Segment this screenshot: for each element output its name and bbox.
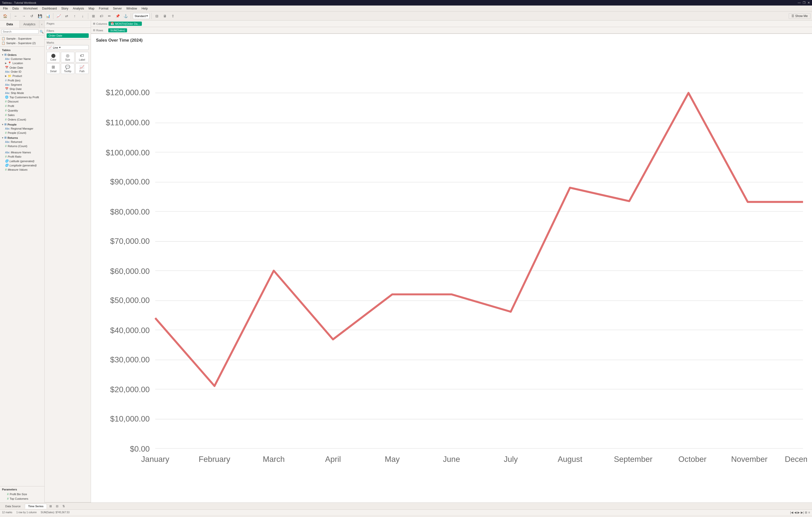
field-ship-mode[interactable]: Abc Ship Mode — [0, 91, 45, 95]
monitor-btn[interactable]: 🖥 — [162, 12, 168, 20]
standard-dropdown[interactable]: Standard ▾ — [133, 13, 150, 19]
datasource-1[interactable]: 📋 Sample - Superstore — [1, 36, 43, 41]
field-segment[interactable]: Abc Segment — [0, 83, 45, 87]
nav-grid-btn[interactable]: ⊞ — [805, 511, 807, 514]
marks-buttons-grid: ⬤ Color ◎ Size 🏷 Label ⊞ Detail 💬 To — [47, 52, 89, 74]
minimize-btn[interactable]: — — [798, 1, 801, 4]
rows-pill-sum-sales[interactable]: SUM(Sales) — [108, 28, 127, 32]
field-orders-count[interactable]: # Orders (Count) — [0, 117, 45, 122]
svg-text:October: October — [678, 455, 706, 464]
forward-btn[interactable]: → — [20, 12, 27, 20]
people-section-header[interactable]: ▾ ⊞ People — [0, 122, 45, 126]
field-quantity[interactable]: # Quantity — [0, 108, 45, 113]
field-location[interactable]: ▶ 📍 Location — [0, 61, 45, 65]
field-label: Measure Names — [11, 151, 31, 154]
field-discount[interactable]: # Discount — [0, 99, 45, 104]
main-layout: Data Analytics ‹ 🔍 ▽ ≡ 📋 Sample - Supers… — [0, 21, 812, 502]
label-btn[interactable]: 🏷 — [98, 12, 105, 20]
nav-last-btn[interactable]: ▶| — [801, 511, 804, 514]
search-icon[interactable]: 🔍 — [39, 30, 44, 34]
chart-type-btn[interactable]: 📈 — [55, 12, 62, 20]
marks-tooltip-btn[interactable]: 💬 Tooltip — [61, 63, 74, 74]
tab-time-series[interactable]: Time Series — [25, 504, 47, 509]
field-returns-count[interactable]: # Returns (Count) — [0, 144, 45, 148]
menu-item-map[interactable]: Map — [86, 6, 96, 11]
grid-btn[interactable]: ⊟ — [153, 12, 161, 20]
field-product[interactable]: ▶ 📁 Product — [0, 74, 45, 78]
menu-item-format[interactable]: Format — [97, 6, 111, 11]
menu-item-worksheet[interactable]: Worksheet — [21, 6, 39, 11]
returns-section-header[interactable]: ▾ ⊞ Returns — [0, 135, 45, 140]
marks-detail-btn[interactable]: ⊞ Detail — [47, 63, 60, 74]
nav-list-btn[interactable]: ≡ — [808, 511, 810, 514]
menu-item-window[interactable]: Window — [124, 6, 139, 11]
highlight-btn[interactable]: ✏ — [106, 12, 113, 20]
field-returned[interactable]: Abc Returned — [0, 140, 45, 144]
collapse-panel-btn[interactable]: ‹ — [39, 23, 45, 26]
reload-btn[interactable]: ↺ — [28, 12, 35, 20]
nav-first-btn[interactable]: |◀ — [790, 511, 793, 514]
tables-header[interactable]: Tables — [0, 48, 45, 52]
field-latitude[interactable]: 🌐 Latitude (generated) — [0, 159, 45, 163]
field-order-id[interactable]: Abc Order ID — [0, 70, 45, 74]
menu-item-dashboard[interactable]: Dashboard — [40, 6, 59, 11]
menu-item-server[interactable]: Server — [111, 6, 124, 11]
menu-item-analysis[interactable]: Analysis — [71, 6, 86, 11]
pin-btn[interactable]: 📌 — [114, 12, 121, 20]
maximize-btn[interactable]: ❐ — [803, 1, 806, 4]
group-btn[interactable]: ⊞ — [90, 12, 97, 20]
tab-data[interactable]: Data — [0, 21, 20, 28]
marks-label-btn[interactable]: 🏷 Label — [76, 52, 89, 62]
svg-text:$80,000.00: $80,000.00 — [110, 207, 150, 216]
new-datasource-btn[interactable]: 📊 — [45, 12, 51, 20]
tab-analytics[interactable]: Analytics — [20, 21, 39, 28]
share-btn[interactable]: ⇧ — [169, 12, 176, 20]
field-regional-manager[interactable]: Abc Regional Manager — [0, 126, 45, 131]
field-profit[interactable]: # Profit — [0, 104, 45, 108]
field-order-date[interactable]: 📅 Order Date — [0, 65, 45, 70]
tableau-logo-btn[interactable]: 🏠 — [1, 12, 8, 20]
duplicate-sheet-btn[interactable]: ⊟ — [54, 504, 60, 509]
sort-asc-btn[interactable]: ↑ — [71, 12, 78, 20]
field-profit-bin[interactable]: # Profit (bin) — [0, 78, 45, 83]
tab-data-source[interactable]: Data Source — [2, 504, 24, 509]
marks-color-btn[interactable]: ⬤ Color — [47, 52, 60, 62]
show-me-button[interactable]: ☰ Show Me — [789, 13, 811, 19]
sort-desc-btn[interactable]: ↓ — [79, 12, 86, 20]
field-ship-date[interactable]: 📅 Ship Date — [0, 87, 45, 91]
save-btn[interactable]: 💾 — [36, 12, 44, 20]
field-longitude[interactable]: 🌐 Longitude (generated) — [0, 163, 45, 167]
search-input[interactable] — [1, 29, 38, 34]
menu-item-file[interactable]: File — [1, 6, 10, 11]
back-btn[interactable]: ← — [12, 12, 19, 20]
marks-type-dropdown[interactable]: 📈 Line ▾ — [47, 45, 89, 50]
columns-pill-month[interactable]: 📅 MONTH(Order Da... — [109, 22, 142, 26]
marks-path-btn[interactable]: 📈 Path — [76, 63, 89, 74]
add-sheet-btn[interactable]: ⊞ — [48, 504, 53, 509]
marks-size-btn[interactable]: ◎ Size — [61, 52, 74, 62]
field-sales[interactable]: # Sales — [0, 113, 45, 117]
nav-prev-btn[interactable]: ◀ — [794, 511, 796, 514]
param-top-customers[interactable]: # Top Customers — [2, 496, 42, 501]
field-profit-ratio[interactable]: # Profit Ratio — [0, 154, 45, 159]
field-people-count[interactable]: # People (Count) — [0, 131, 45, 135]
datasource-2[interactable]: 📋 Sample - Superstore (2) — [1, 41, 43, 45]
field-label: Sales — [8, 114, 15, 117]
menu-item-story[interactable]: Story — [59, 6, 70, 11]
nav-next-btn[interactable]: ▶ — [798, 511, 800, 514]
orders-section-header[interactable]: ▾ ⊞ Orders — [0, 52, 45, 57]
field-customer-name[interactable]: Abc Customer Name — [0, 57, 45, 61]
fix-btn[interactable]: ⚓ — [122, 12, 129, 20]
field-label: Longitude (generated) — [9, 164, 37, 167]
field-measure-values[interactable]: # Measure Values — [0, 167, 45, 172]
field-top-customers[interactable]: 🌐 Top Customers by Profit — [0, 95, 45, 99]
label-icon: 🏷 — [80, 53, 84, 58]
field-measure-names[interactable]: Abc Measure Names — [0, 150, 45, 154]
menu-item-data[interactable]: Data — [10, 6, 21, 11]
filter-order-date[interactable]: Order Date — [47, 33, 89, 38]
sort-sheets-btn[interactable]: ⇅ — [61, 504, 66, 509]
close-btn[interactable]: ✕ — [808, 1, 810, 4]
menu-item-help[interactable]: Help — [140, 6, 150, 11]
swap-btn[interactable]: ⇄ — [63, 12, 70, 20]
param-profit-bin-size[interactable]: # Profit Bin Size — [2, 492, 42, 496]
